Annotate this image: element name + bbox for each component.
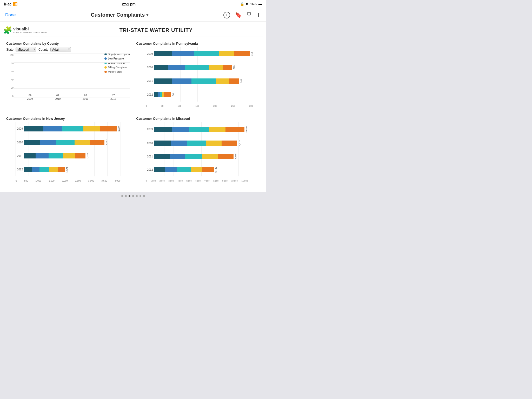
hbar-nj-2012: 2012 1,571 bbox=[16, 167, 121, 173]
panel-pennsylvania: Customer Complaints in Pennsylvania 2 bbox=[133, 39, 263, 114]
logo-text: visualbi LOOK FORWARD. THINK AHEAD. bbox=[13, 27, 49, 34]
state-select[interactable]: Missouri bbox=[16, 47, 36, 52]
panel-by-county: Customer Complaints by County State Miss… bbox=[3, 39, 133, 114]
page-dot-1[interactable] bbox=[121, 195, 123, 197]
done-button[interactable]: Done bbox=[5, 12, 16, 18]
hbar-mo-2010: 2010 8,974 bbox=[146, 140, 248, 146]
hbar-mo-2012: 2012 6,442 bbox=[146, 167, 248, 173]
panel-new-jersey: Customer Complaints in New Jersey bbox=[3, 114, 133, 189]
county-select[interactable]: Adair bbox=[50, 47, 71, 52]
state-label: State bbox=[6, 48, 14, 51]
battery-icon: 🔒 bbox=[240, 2, 244, 6]
logo-name: visualbi bbox=[13, 27, 49, 31]
logo-tagline: LOOK FORWARD. THINK AHEAD. bbox=[13, 31, 49, 34]
status-time: 2:51 pm bbox=[122, 2, 136, 6]
vbar-2010: 62 bbox=[44, 94, 72, 97]
page-dot-2[interactable] bbox=[125, 195, 127, 197]
pagination bbox=[0, 192, 266, 200]
panel-pennsylvania-title: Customer Complaints in Pennsylvania bbox=[136, 42, 260, 45]
page-title: TRI-STATE WATER UTILITY bbox=[49, 27, 263, 33]
filters-row: State Missouri County Adair bbox=[6, 47, 130, 52]
page-dot-6[interactable] bbox=[139, 195, 141, 197]
county-select-wrapper: Adair bbox=[50, 47, 71, 52]
page-dot-4[interactable] bbox=[132, 195, 134, 197]
vbar-2012: 47 bbox=[99, 94, 127, 97]
header-row: 🧩 visualbi LOOK FORWARD. THINK AHEAD. TR… bbox=[3, 24, 263, 37]
nav-title-text: Customer Complaints bbox=[91, 12, 145, 18]
main-content: 🧩 visualbi LOOK FORWARD. THINK AHEAD. TR… bbox=[0, 22, 266, 192]
info-icon[interactable]: i bbox=[223, 12, 230, 18]
panel-by-county-title: Customer Complaints by County bbox=[6, 42, 130, 45]
page-dot-3[interactable] bbox=[129, 195, 130, 197]
nav-title: Customer Complaints ▾ bbox=[91, 12, 148, 18]
vbar-2009: 89 bbox=[16, 94, 44, 97]
hbar-pa-2012: 2012 50 bbox=[146, 92, 253, 97]
logo: 🧩 visualbi LOOK FORWARD. THINK AHEAD. bbox=[3, 26, 49, 35]
battery-bar: ▬ bbox=[258, 2, 262, 6]
bluetooth-icon: ✱ bbox=[246, 2, 249, 6]
bookmark-icon[interactable]: 🔖 bbox=[235, 12, 242, 18]
logo-icon: 🧩 bbox=[3, 26, 12, 35]
status-left: iPad 📶 bbox=[4, 2, 17, 6]
hbar-mo-2009: 2009 10,881 bbox=[146, 126, 248, 133]
filter-icon[interactable]: ⛉ bbox=[247, 12, 252, 18]
share-icon[interactable]: ⬆ bbox=[256, 12, 261, 18]
wifi-icon: 📶 bbox=[13, 2, 17, 6]
charts-grid: Customer Complaints by County State Miss… bbox=[3, 39, 263, 189]
nav-icons: i 🔖 ⛉ ⬆ bbox=[223, 12, 261, 18]
status-right: 🔒 ✱ 16% ▬ bbox=[240, 2, 262, 6]
hbar-nj-2009: 2009 3,883 bbox=[16, 126, 121, 132]
panel-mo-title: Customer Complaints in Missouri bbox=[136, 117, 260, 121]
status-bar: iPad 📶 2:51 pm 🔒 ✱ 16% ▬ bbox=[0, 0, 266, 8]
page-dot-7[interactable] bbox=[143, 195, 145, 197]
nav-bar: Done Customer Complaints ▾ i 🔖 ⛉ ⬆ bbox=[0, 8, 266, 22]
device-label: iPad bbox=[4, 2, 11, 6]
hbar-nj-2010: 2010 3,073 bbox=[16, 139, 121, 145]
panel-missouri: Customer Complaints in Missouri bbox=[133, 114, 263, 189]
hbar-pa-2011: 2011 247 bbox=[146, 78, 253, 84]
state-select-wrapper: Missouri bbox=[16, 47, 36, 52]
hbar-nj-2011: 2011 2,346 bbox=[16, 153, 121, 159]
hbar-pa-2010: 2010 226 bbox=[146, 65, 253, 70]
hbar-pa-2009: 2009 311 bbox=[146, 51, 253, 56]
panel-nj-title: Customer Complaints in New Jersey bbox=[6, 117, 130, 121]
hbar-mo-2011: 2011 8,565 bbox=[146, 154, 248, 159]
vbar-2011: 65 bbox=[72, 94, 99, 97]
battery-level: 16% bbox=[250, 2, 257, 6]
county-label: County bbox=[38, 48, 48, 51]
page-dot-5[interactable] bbox=[136, 195, 138, 197]
nav-chevron-icon[interactable]: ▾ bbox=[146, 12, 148, 17]
